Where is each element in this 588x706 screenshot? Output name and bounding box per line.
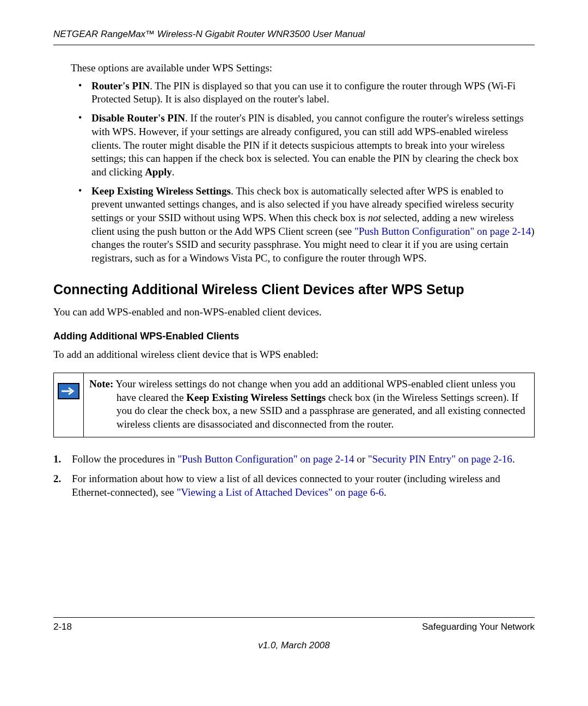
cross-ref-link[interactable]: "Security PIN Entry" on page 2-16 xyxy=(368,453,512,465)
note-icon-cell xyxy=(54,373,84,437)
procedure-list: 1. Follow the procedures in "Push Button… xyxy=(53,453,535,500)
list-item: 1. Follow the procedures in "Push Button… xyxy=(53,453,535,466)
list-item: Disable Router's PIN. If the router's PI… xyxy=(78,112,535,179)
option-name: Keep Existing Wireless Settings xyxy=(91,185,231,197)
step-text: . xyxy=(384,486,387,498)
step-text: or xyxy=(354,453,367,465)
list-item: Router's PIN. The PIN is displayed so th… xyxy=(78,80,535,106)
option-desc: . xyxy=(172,166,175,178)
option-desc: . The PIN is displayed so that you can u… xyxy=(91,80,516,105)
option-name: Router's PIN xyxy=(91,80,150,92)
wps-options-list: Router's PIN. The PIN is displayed so th… xyxy=(78,80,535,265)
list-item: 2. For information about how to view a l… xyxy=(53,472,535,499)
step-text: Follow the procedures in xyxy=(72,453,177,465)
doc-version: v1.0, March 2008 xyxy=(53,640,535,652)
emphasis: not xyxy=(368,212,381,223)
intro-text: These options are available under WPS Se… xyxy=(71,62,535,75)
note-label: Note: xyxy=(89,378,113,389)
option-name: Disable Router's PIN xyxy=(91,112,185,124)
cross-ref-link[interactable]: "Push Button Configuration" on page 2-14 xyxy=(177,453,354,465)
page-number: 2-18 xyxy=(53,621,72,633)
step-text: . xyxy=(512,453,515,465)
step-number: 1. xyxy=(53,453,61,466)
step-number: 2. xyxy=(53,472,61,486)
arrow-right-icon xyxy=(58,383,79,399)
cross-ref-link[interactable]: "Viewing a List of Attached Devices" on … xyxy=(177,486,384,498)
running-header: NETGEAR RangeMax™ Wireless-N Gigabit Rou… xyxy=(53,28,535,45)
section-name: Safeguarding Your Network xyxy=(422,621,535,633)
body-text: To add an additional wireless client dev… xyxy=(53,348,535,362)
cross-ref-link[interactable]: "Push Button Configuration" on page 2-14 xyxy=(354,226,531,237)
apply-label: Apply xyxy=(145,166,172,178)
subsection-heading: Adding Additional WPS-Enabled Clients xyxy=(53,330,535,343)
note-content: Note: Your wireless settings do not chan… xyxy=(84,373,534,437)
note-callout: Note: Your wireless settings do not chan… xyxy=(53,373,535,437)
body-text: You can add WPS-enabled and non-WPS-enab… xyxy=(53,306,535,319)
note-bold: Keep Existing Wireless Settings xyxy=(186,392,326,403)
page-footer: 2-18 Safeguarding Your Network v1.0, Mar… xyxy=(53,617,535,652)
list-item: Keep Existing Wireless Settings. This ch… xyxy=(78,185,535,265)
document-page: NETGEAR RangeMax™ Wireless-N Gigabit Rou… xyxy=(0,0,588,706)
section-heading: Connecting Additional Wireless Client De… xyxy=(53,281,535,299)
